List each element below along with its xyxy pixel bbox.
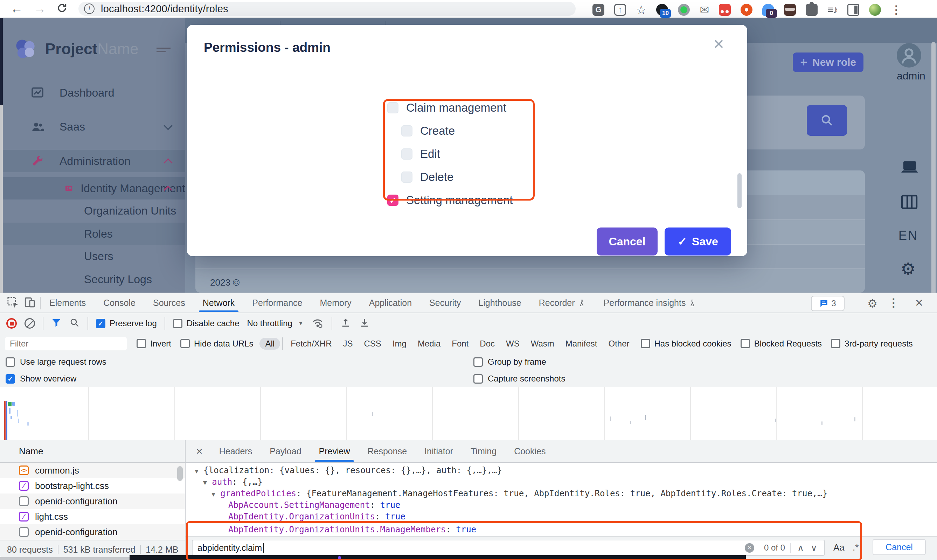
checkbox-unchecked[interactable]: [741, 339, 750, 348]
record-network-log-icon[interactable]: [6, 318, 17, 329]
filter-type-wasm[interactable]: Wasm: [525, 338, 560, 350]
sidebar-item-security-logs[interactable]: Security Logs: [0, 268, 185, 291]
tab-performance-insights[interactable]: Performance insights: [595, 294, 706, 312]
language-selector[interactable]: EN: [898, 228, 918, 243]
permission-edit[interactable]: Edit: [401, 147, 440, 161]
checkbox-unchecked[interactable]: [401, 125, 413, 137]
sidebar-item-roles[interactable]: Roles: [0, 223, 185, 245]
extensions-puzzle-icon[interactable]: [806, 4, 818, 16]
search-network-icon[interactable]: [69, 317, 80, 329]
mask-extension-icon[interactable]: [784, 4, 796, 16]
match-case-button[interactable]: Aa: [833, 542, 845, 553]
sidebar-item-identity-management[interactable]: Identity Management: [0, 177, 185, 200]
group-by-frame-toggle[interactable]: Group by frame: [473, 357, 546, 367]
ghost-extension-icon[interactable]: 0: [762, 4, 774, 16]
tab-memory[interactable]: Memory: [311, 294, 360, 312]
close-detail-icon[interactable]: ×: [196, 445, 203, 458]
detail-tab-cookies[interactable]: Cookies: [505, 441, 554, 462]
preserve-log-toggle[interactable]: ✓Preserve log: [96, 318, 157, 328]
tab-sources[interactable]: Sources: [144, 294, 194, 312]
tab-performance[interactable]: Performance: [243, 294, 311, 312]
tab-elements[interactable]: Elements: [41, 294, 94, 312]
checkbox-unchecked[interactable]: [180, 339, 190, 348]
filter-type-img[interactable]: Img: [387, 338, 412, 350]
modal-scrollbar[interactable]: [737, 173, 741, 208]
throttling-dropdown[interactable]: No throttling▼: [247, 318, 303, 328]
json-line[interactable]: AbpIdentity.OrganizationUnits.ManageMemb…: [228, 525, 476, 534]
page-scrollbar[interactable]: [931, 42, 935, 292]
tab-recorder[interactable]: Recorder: [530, 294, 595, 312]
devtools-settings-icon[interactable]: ⚙: [867, 297, 877, 310]
filter-funnel-icon[interactable]: [51, 317, 62, 329]
filter-type-fetch-xhr[interactable]: Fetch/XHR: [285, 338, 337, 350]
show-overview-toggle[interactable]: ✓Show overview: [6, 374, 76, 384]
search-button[interactable]: [807, 105, 847, 136]
bookmark-star-icon[interactable]: ☆: [636, 3, 646, 17]
green-dot-extension-icon[interactable]: [678, 4, 690, 16]
export-har-icon[interactable]: [359, 317, 370, 330]
request-row[interactable]: openid-configuration: [0, 524, 185, 540]
hide-data-urls-toggle[interactable]: Hide data URLs: [180, 339, 253, 349]
previous-match-icon[interactable]: ∧: [797, 543, 804, 553]
filter-type-all[interactable]: All: [259, 338, 280, 350]
invert-toggle[interactable]: Invert: [137, 339, 171, 349]
permission-claim-management[interactable]: Claim management: [387, 101, 506, 114]
red-extension-icon[interactable]: [719, 4, 731, 16]
request-row[interactable]: ∕light.css: [0, 509, 185, 524]
tab-application[interactable]: Application: [360, 294, 421, 312]
third-party-requests-toggle[interactable]: 3rd-party requests: [831, 339, 913, 349]
back-icon[interactable]: ←: [11, 2, 23, 16]
json-line[interactable]: AbpIdentity.OrganizationUnits: true: [228, 512, 405, 523]
tab-lighthouse[interactable]: Lighthouse: [470, 294, 530, 312]
filter-type-doc[interactable]: Doc: [474, 338, 500, 350]
preview-json-tree[interactable]: ▼ {localization: {values: {}, resources:…: [186, 462, 937, 536]
checkbox-unchecked[interactable]: [173, 319, 182, 328]
disable-cache-toggle[interactable]: Disable cache: [173, 318, 239, 328]
forward-icon[interactable]: →: [34, 2, 46, 16]
profile-avatar[interactable]: [869, 4, 881, 16]
permission-delete[interactable]: Delete: [401, 171, 453, 184]
media-queue-icon[interactable]: ≡♪: [828, 4, 838, 16]
detail-tab-initiator[interactable]: Initiator: [416, 441, 462, 462]
network-conditions-icon[interactable]: [311, 317, 324, 330]
checkbox-checked-pink[interactable]: ✓: [387, 195, 398, 206]
browser-menu-icon[interactable]: ⋮: [891, 3, 902, 17]
regex-button[interactable]: .*: [852, 542, 858, 553]
devtools-menu-icon[interactable]: ⋮: [888, 296, 899, 309]
json-line[interactable]: AbpAccount.SettingManagement: true: [228, 500, 400, 510]
filter-type-css[interactable]: CSS: [359, 338, 387, 350]
list-scrollbar[interactable]: [177, 466, 183, 481]
request-row[interactable]: <>common.js: [0, 463, 185, 478]
side-panel-icon[interactable]: [848, 4, 859, 16]
search-input[interactable]: abpidentity.claim × 0 of 0 ∧ ∨: [192, 540, 825, 556]
detail-tab-preview[interactable]: Preview: [310, 441, 359, 462]
share-icon[interactable]: ↑: [614, 4, 626, 16]
clear-network-log-icon[interactable]: [25, 318, 35, 329]
github-extension-icon[interactable]: 10: [656, 4, 668, 16]
checkbox-unchecked[interactable]: [473, 357, 483, 367]
new-role-button[interactable]: + New role: [793, 52, 863, 72]
request-table-header[interactable]: Name: [0, 440, 185, 463]
tab-console[interactable]: Console: [94, 294, 144, 312]
filter-type-media[interactable]: Media: [412, 338, 446, 350]
permission-setting-management[interactable]: ✓ Setting management: [387, 194, 513, 207]
filter-type-js[interactable]: JS: [338, 338, 359, 350]
checkbox-unchecked[interactable]: [387, 102, 398, 114]
checkbox-unchecked[interactable]: [641, 339, 650, 348]
filter-type-other[interactable]: Other: [603, 338, 635, 350]
clear-search-icon[interactable]: ×: [745, 543, 754, 553]
next-match-icon[interactable]: ∨: [811, 543, 817, 553]
user-avatar[interactable]: [897, 43, 921, 68]
sidebar-collapse-icon[interactable]: [157, 46, 171, 52]
checkbox-unchecked[interactable]: [401, 148, 413, 160]
checkbox-checked[interactable]: ✓: [96, 319, 105, 328]
issues-badge[interactable]: 3: [811, 296, 845, 311]
import-har-icon[interactable]: [340, 317, 351, 330]
detail-tab-timing[interactable]: Timing: [462, 441, 505, 462]
permission-create[interactable]: Create: [401, 124, 455, 138]
checkbox-unchecked[interactable]: [401, 171, 413, 183]
tab-network[interactable]: Network: [194, 294, 244, 312]
mail-extension-icon[interactable]: ✉: [700, 3, 709, 17]
sidebar-item-administration[interactable]: Administration: [0, 150, 185, 172]
checkbox-unchecked[interactable]: [6, 357, 15, 367]
